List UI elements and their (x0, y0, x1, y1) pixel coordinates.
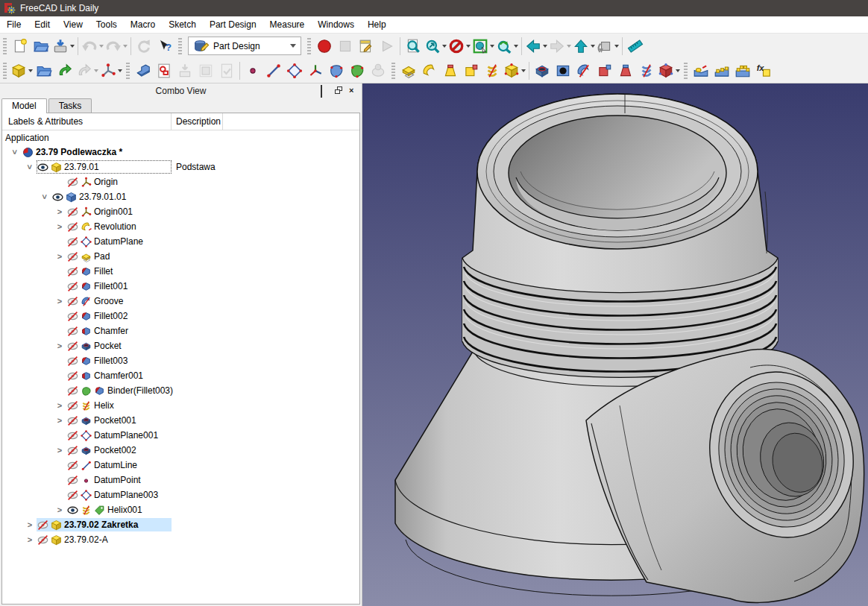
chevron-collapsed-icon[interactable]: > (53, 401, 66, 410)
chevron-collapsed-icon[interactable]: > (23, 520, 37, 529)
tree-item-23-79-01-01[interactable]: >23.79.01.01 (2, 189, 359, 204)
subtractive-primitive-button[interactable] (657, 60, 681, 81)
chevron-collapsed-icon[interactable]: > (53, 222, 66, 231)
tree-item-binder-fillet003-[interactable]: Binder(Fillet003) (2, 383, 359, 398)
macro-edit-button[interactable] (356, 36, 377, 57)
linear-pattern-button[interactable] (711, 60, 732, 81)
view-rotate-button[interactable] (596, 36, 620, 57)
shape-binder-button[interactable] (326, 60, 347, 81)
chevron-collapsed-icon[interactable]: > (53, 416, 66, 425)
chevron-collapsed-icon[interactable]: > (53, 297, 66, 306)
chevron-expanded-icon[interactable]: > (25, 160, 34, 174)
chevron-expanded-icon[interactable]: > (10, 145, 19, 159)
toolbar-grip[interactable] (307, 38, 311, 54)
dropdown-caret-icon[interactable] (591, 45, 595, 48)
tree-item-datumline[interactable]: DatumLine (2, 458, 359, 473)
tab-model[interactable]: Model (1, 98, 47, 113)
dropdown-caret-icon[interactable] (28, 69, 33, 72)
hole-button[interactable] (553, 60, 573, 81)
menu-windows[interactable]: Windows (311, 17, 361, 32)
menu-part-design[interactable]: Part Design (203, 17, 263, 32)
datum-line-button[interactable] (263, 60, 284, 81)
tree-item-23-79-01[interactable]: >23.79.01Podstawa (2, 160, 359, 174)
pocket-button[interactable] (532, 60, 553, 81)
dock-close-icon[interactable]: × (349, 86, 356, 94)
dock-float-icon[interactable] (335, 86, 342, 94)
tab-tasks[interactable]: Tasks (48, 98, 92, 113)
tree-item-23-79-02-a[interactable]: >23.79.02-A (2, 532, 359, 547)
additive-primitive-button[interactable] (503, 60, 526, 81)
fit-all-button[interactable] (403, 36, 424, 57)
save-button[interactable] (51, 36, 75, 57)
tree-item-pocket001[interactable]: >Pocket001 (2, 413, 359, 428)
3d-canvas[interactable] (362, 83, 868, 606)
polar-pattern-button[interactable] (732, 60, 753, 81)
draw-style-button[interactable] (447, 36, 471, 57)
tree-item-chamfer[interactable]: Chamfer (2, 323, 359, 338)
tree-item-origin[interactable]: Origin (2, 174, 359, 189)
tree-item-datumplane001[interactable]: DatumPlane001 (2, 428, 359, 443)
chevron-expanded-icon[interactable]: > (40, 190, 49, 203)
chevron-collapsed-icon[interactable]: > (53, 446, 66, 455)
pad-button[interactable] (398, 60, 419, 81)
subtractive-loft-button[interactable] (615, 60, 636, 81)
datum-plane-button[interactable] (284, 60, 305, 81)
dropdown-caret-icon[interactable] (614, 45, 619, 48)
dropdown-caret-icon[interactable] (70, 45, 75, 48)
local-coordinate-system-button[interactable] (305, 60, 326, 81)
toolbar-grip[interactable] (3, 63, 7, 79)
create-body-button[interactable] (133, 60, 154, 81)
toolbar-grip[interactable] (178, 38, 182, 54)
tree-item-origin001[interactable]: >Origin001 (2, 204, 359, 219)
sub-shape-binder-button[interactable] (347, 60, 368, 81)
additive-pipe-button[interactable] (461, 60, 482, 81)
chevron-collapsed-icon[interactable]: > (23, 535, 37, 544)
tree-item-23-79-02-zakretka[interactable]: >23.79.02 Zakretka (2, 517, 359, 532)
toolbar-grip[interactable] (391, 63, 395, 79)
dropdown-caret-icon[interactable] (94, 69, 98, 72)
tree-item-fillet002[interactable]: Fillet002 (2, 309, 359, 323)
toolbar-grip[interactable] (684, 63, 688, 79)
dropdown-caret-icon[interactable] (466, 45, 471, 48)
view-up-button[interactable] (572, 36, 596, 57)
additive-loft-button[interactable] (440, 60, 461, 81)
dropdown-caret-icon[interactable] (490, 45, 494, 48)
tree-item-pocket[interactable]: >Pocket (2, 338, 359, 353)
tree-item-fillet003[interactable]: Fillet003 (2, 353, 359, 368)
chevron-collapsed-icon[interactable]: > (53, 341, 66, 350)
tree-column-description[interactable]: Description (172, 113, 223, 130)
menu-view[interactable]: View (57, 17, 89, 32)
tree-item-fillet[interactable]: Fillet (2, 264, 359, 279)
tree-root-application[interactable]: Application (2, 130, 359, 145)
dropdown-caret-icon[interactable] (99, 45, 104, 48)
datum-point-button[interactable] (242, 60, 263, 81)
additive-helix-button[interactable] (482, 60, 503, 81)
whats-this-button[interactable]: ? (154, 36, 175, 57)
nav-back-button[interactable] (524, 36, 548, 57)
tree-item-pad[interactable]: >Pad (2, 249, 359, 264)
measure-button[interactable] (625, 36, 646, 57)
tree-item-chamfer001[interactable]: Chamfer001 (2, 368, 359, 383)
make-link-button[interactable] (54, 60, 75, 81)
tree-item-revolution[interactable]: >Revolution (2, 219, 359, 234)
dropdown-caret-icon[interactable] (543, 45, 547, 48)
mirrored-button[interactable] (691, 60, 711, 81)
menu-tools[interactable]: Tools (89, 17, 124, 32)
dropdown-caret-icon[interactable] (118, 69, 122, 72)
dropdown-caret-icon[interactable] (567, 45, 571, 48)
dropdown-caret-icon[interactable] (123, 45, 128, 48)
create-group-button[interactable] (34, 60, 54, 81)
new-file-button[interactable] (10, 36, 31, 57)
toolbar-grip[interactable] (126, 63, 130, 79)
revolution-button[interactable] (419, 60, 440, 81)
chevron-collapsed-icon[interactable]: > (53, 207, 66, 216)
subtractive-pipe-button[interactable] (594, 60, 615, 81)
chevron-collapsed-icon[interactable]: > (53, 252, 66, 261)
tree-item-helix001[interactable]: >Helix001 (2, 502, 359, 517)
dropdown-caret-icon[interactable] (514, 45, 518, 48)
workbench-selector[interactable]: Part Design (188, 37, 301, 55)
view-isometric-button[interactable] (471, 36, 495, 57)
menu-edit[interactable]: Edit (28, 17, 57, 32)
tree-item-23-79-podlewaczka-[interactable]: >23.79 Podlewaczka * (2, 145, 359, 160)
axis-cross-button[interactable] (99, 60, 123, 81)
